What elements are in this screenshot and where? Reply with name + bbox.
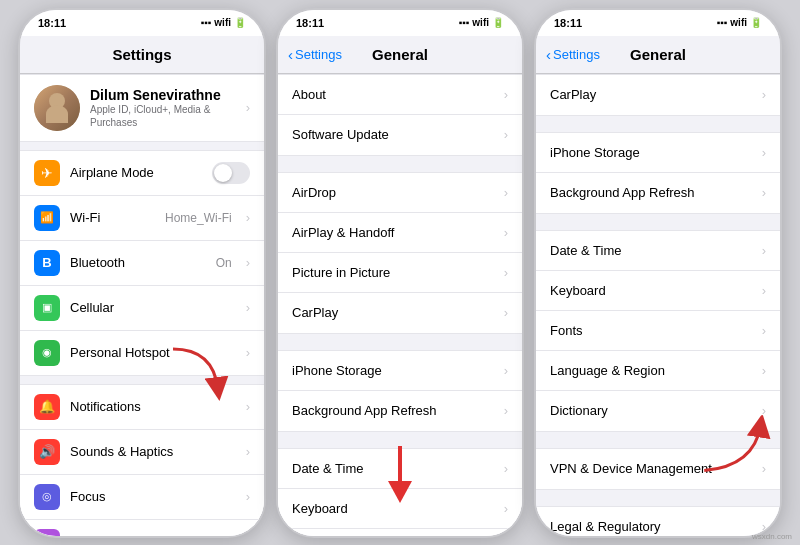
nav-title-1: Settings: [112, 46, 171, 63]
status-icons-1: ▪▪▪ wifi 🔋: [201, 17, 246, 28]
profile-name: Dilum Senevirathne: [90, 87, 236, 103]
gen-group-2: AirDrop › AirPlay & Handoff › Picture in…: [278, 172, 522, 334]
wifi-icon-3: wifi: [730, 17, 747, 28]
bluetooth-icon: B: [34, 250, 60, 276]
back-btn-3[interactable]: ‹ Settings: [546, 46, 600, 63]
bluetooth-label: Bluetooth: [70, 255, 206, 270]
notifications-label: Notifications: [70, 399, 236, 414]
phone-1: 18:11 ▪▪▪ wifi 🔋 Settings Dilum Senevira…: [18, 8, 266, 538]
airdrop-chevron: ›: [504, 185, 508, 200]
p3-keyboard-row[interactable]: Keyboard ›: [536, 271, 780, 311]
p3-gap-4: [536, 498, 780, 506]
nav-bar-2: ‹ Settings General: [278, 36, 522, 74]
sounds-row[interactable]: 🔊 Sounds & Haptics ›: [20, 430, 264, 475]
p3-legal-label: Legal & Regulatory: [550, 519, 762, 534]
scroll-area-2: About › Software Update › AirDrop › AirP…: [278, 74, 522, 536]
softwareupdate-row[interactable]: Software Update ›: [278, 115, 522, 155]
carplay-row[interactable]: CarPlay ›: [278, 293, 522, 333]
notifications-row[interactable]: 🔔 Notifications ›: [20, 385, 264, 430]
airdrop-row[interactable]: AirDrop ›: [278, 173, 522, 213]
cellular-icon: ▣: [34, 295, 60, 321]
notifications-icon: 🔔: [34, 394, 60, 420]
p3-legal-row[interactable]: Legal & Regulatory ›: [536, 507, 780, 536]
bluetooth-value: On: [216, 256, 232, 270]
p3-vpn-chevron: ›: [762, 461, 766, 476]
about-row[interactable]: About ›: [278, 75, 522, 115]
bluetooth-row[interactable]: B Bluetooth On ›: [20, 241, 264, 286]
datetime-row[interactable]: Date & Time ›: [278, 449, 522, 489]
iphonestorage-chevron: ›: [504, 363, 508, 378]
settings-group-1: ✈ Airplane Mode 📶 Wi-Fi Home_Wi-Fi › B B…: [20, 150, 264, 376]
p3-dictionary-row[interactable]: Dictionary ›: [536, 391, 780, 431]
cellular-row[interactable]: ▣ Cellular ›: [20, 286, 264, 331]
p3-bgrefresh-label: Background App Refresh: [550, 185, 762, 200]
back-label-2: Settings: [295, 47, 342, 62]
gap-3: [278, 440, 522, 448]
screentime-chevron: ›: [246, 534, 250, 536]
pip-label: Picture in Picture: [292, 265, 504, 280]
pip-row[interactable]: Picture in Picture ›: [278, 253, 522, 293]
airplane-icon: ✈: [34, 160, 60, 186]
airplane-mode-row[interactable]: ✈ Airplane Mode: [20, 151, 264, 196]
sounds-label: Sounds & Haptics: [70, 444, 236, 459]
time-1: 18:11: [38, 17, 66, 29]
hotspot-row[interactable]: ◉ Personal Hotspot ›: [20, 331, 264, 375]
p3-bgrefresh-chevron: ›: [762, 185, 766, 200]
hotspot-icon: ◉: [34, 340, 60, 366]
p3-group-5: Legal & Regulatory ›: [536, 506, 780, 536]
p3-gap-3: [536, 440, 780, 448]
p3-fonts-row[interactable]: Fonts ›: [536, 311, 780, 351]
softwareupdate-chevron: ›: [504, 127, 508, 142]
datetime-label: Date & Time: [292, 461, 504, 476]
iphonestorage-row[interactable]: iPhone Storage ›: [278, 351, 522, 391]
gen-group-1: About › Software Update ›: [278, 74, 522, 156]
phone-2: 18:11 ▪▪▪ wifi 🔋 ‹ Settings General Abou…: [276, 8, 524, 538]
avatar-image: [34, 85, 80, 131]
status-bar-1: 18:11 ▪▪▪ wifi 🔋: [20, 10, 264, 36]
nav-bar-1: Settings: [20, 36, 264, 74]
screentime-icon: ⏱: [34, 529, 60, 536]
back-btn-2[interactable]: ‹ Settings: [288, 46, 342, 63]
datetime-chevron: ›: [504, 461, 508, 476]
airplay-label: AirPlay & Handoff: [292, 225, 504, 240]
wifi-row[interactable]: 📶 Wi-Fi Home_Wi-Fi ›: [20, 196, 264, 241]
p3-carplay-row[interactable]: CarPlay ›: [536, 75, 780, 115]
gen-group-3: iPhone Storage › Background App Refresh …: [278, 350, 522, 432]
p3-datetime-row[interactable]: Date & Time ›: [536, 231, 780, 271]
p3-language-row[interactable]: Language & Region ›: [536, 351, 780, 391]
time-3: 18:11: [554, 17, 582, 29]
focus-row[interactable]: ◎ Focus ›: [20, 475, 264, 520]
p3-vpn-row[interactable]: VPN & Device Management ›: [536, 449, 780, 489]
bluetooth-chevron: ›: [246, 255, 250, 270]
scroll-area-3: CarPlay › iPhone Storage › Background Ap…: [536, 74, 780, 536]
wifi-row-icon: 📶: [34, 205, 60, 231]
battery-icon-2: 🔋: [492, 17, 504, 28]
wifi-icon-2: wifi: [472, 17, 489, 28]
p3-group-1: CarPlay ›: [536, 74, 780, 116]
signal-icon-2: ▪▪▪: [459, 17, 470, 28]
battery-icon: 🔋: [234, 17, 246, 28]
softwareupdate-label: Software Update: [292, 127, 504, 142]
keyboard-row[interactable]: Keyboard ›: [278, 489, 522, 529]
bgapprefresh-label: Background App Refresh: [292, 403, 504, 418]
airplay-row[interactable]: AirPlay & Handoff ›: [278, 213, 522, 253]
p3-bgrefresh-row[interactable]: Background App Refresh ›: [536, 173, 780, 213]
p3-gap-1: [536, 124, 780, 132]
screentime-row[interactable]: ⏱ Screen Time ›: [20, 520, 264, 536]
bgapprefresh-chevron: ›: [504, 403, 508, 418]
p3-dictionary-chevron: ›: [762, 403, 766, 418]
fonts-row[interactable]: Fonts ›: [278, 529, 522, 536]
watermark: wsxdn.com: [752, 532, 792, 541]
settings-group-2: 🔔 Notifications › 🔊 Sounds & Haptics › ◎…: [20, 384, 264, 536]
p3-keyboard-label: Keyboard: [550, 283, 762, 298]
p3-language-chevron: ›: [762, 363, 766, 378]
back-label-3: Settings: [553, 47, 600, 62]
profile-row[interactable]: Dilum Senevirathne Apple ID, iCloud+, Me…: [20, 74, 264, 142]
airplay-chevron: ›: [504, 225, 508, 240]
p3-carplay-label: CarPlay: [550, 87, 762, 102]
nav-title-2: General: [372, 46, 428, 63]
airplane-toggle[interactable]: [212, 162, 250, 184]
p3-iphonestorage-row[interactable]: iPhone Storage ›: [536, 133, 780, 173]
p3-dictionary-label: Dictionary: [550, 403, 762, 418]
bgapprefresh-row[interactable]: Background App Refresh ›: [278, 391, 522, 431]
